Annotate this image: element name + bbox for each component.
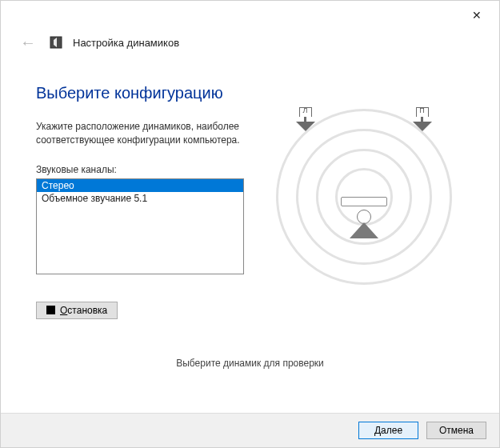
back-arrow-icon[interactable]: ← xyxy=(17,33,39,52)
next-button-label: Далее xyxy=(374,425,402,436)
close-button[interactable]: ✕ xyxy=(464,6,490,25)
stop-button[interactable]: Остановка xyxy=(36,302,118,319)
cancel-button-label: Отмена xyxy=(439,425,474,436)
stop-button-label: Остановка xyxy=(60,305,107,316)
audio-channels-listbox[interactable]: СтереоОбъемное звучание 5.1 xyxy=(36,178,244,274)
channel-option[interactable]: Объемное звучание 5.1 xyxy=(37,192,243,205)
speaker-diagram: Л П xyxy=(276,120,452,272)
channel-option[interactable]: Стерео xyxy=(37,179,243,192)
instruction-text: Укажите расположение динамиков, наиболее… xyxy=(36,120,244,148)
right-speaker-icon[interactable]: П xyxy=(410,107,434,138)
stop-icon xyxy=(46,306,55,314)
speaker-config-icon xyxy=(49,35,63,50)
channels-label: Звуковые каналы: xyxy=(36,164,244,175)
cancel-button[interactable]: Отмена xyxy=(426,422,486,439)
wizard-header: ← Настройка динамиков xyxy=(1,28,499,63)
next-button[interactable]: Далее xyxy=(358,422,418,439)
listener-icon xyxy=(339,197,389,238)
hint-text: Выберите динамик для проверки xyxy=(36,358,464,369)
wizard-button-bar: Далее Отмена xyxy=(1,413,499,447)
wizard-title: Настройка динамиков xyxy=(73,37,179,49)
left-speaker-icon[interactable]: Л xyxy=(294,107,318,138)
page-heading: Выберите конфигурацию xyxy=(36,84,464,102)
